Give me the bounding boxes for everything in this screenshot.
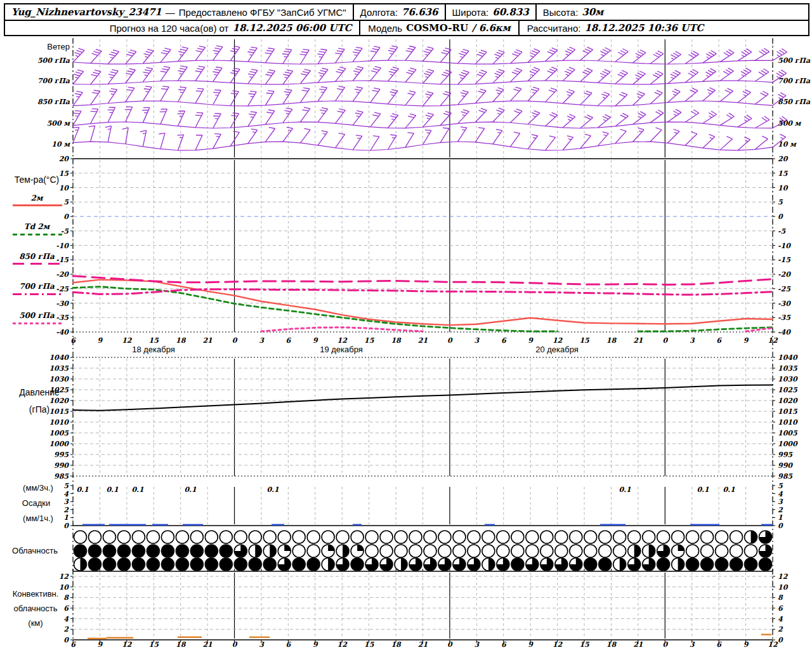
pressure-ytick-left: 1030 (49, 375, 69, 383)
bottom-xtick: 15 (149, 640, 159, 649)
pressure-ytick-right: 1000 (778, 440, 797, 448)
temp-xtick: 3 (690, 336, 695, 345)
temp-xtick: 15 (364, 336, 374, 345)
temp-xtick: 15 (149, 336, 159, 345)
temp-ytick-right: 10 (778, 183, 787, 192)
date-label: 20 декабря (535, 345, 579, 354)
temp-xtick: 21 (418, 336, 428, 345)
legend-label-700: 700 гПа (19, 282, 55, 291)
precip-panel-title: Осадки (22, 498, 50, 508)
temp-ytick-right: -15 (778, 256, 790, 264)
precip-amount-label: 0.1 (184, 486, 196, 494)
temp-xtick: 6 (70, 336, 75, 345)
bottom-xtick: 0 (232, 640, 237, 649)
temp-ytick-left: 0 (63, 213, 69, 221)
pressure-ytick-right: 1005 (778, 429, 797, 437)
pressure-ytick-right: 985 (778, 472, 792, 481)
convective-ytick-right: 6 (778, 604, 783, 613)
temp-ytick-right: -5 (778, 227, 785, 235)
temp-ytick-left: 20 (59, 155, 69, 163)
legend-line-700 (13, 293, 62, 295)
pressure-ytick-left: 985 (54, 472, 69, 481)
pressure-ytick-right: 1020 (778, 397, 797, 405)
convective-ytick-left: 10 (59, 583, 69, 591)
bottom-xtick: 0 (447, 640, 452, 649)
temp-ytick-right: 0 (778, 213, 783, 221)
precip-unit-1h-label: (мм/1ч.) (23, 514, 53, 523)
pressure-ytick-right: 990 (778, 461, 792, 470)
pressure-ytick-left: 1020 (49, 397, 69, 405)
convective-ytick-left: 4 (63, 614, 69, 623)
bottom-xtick: 9 (743, 640, 749, 649)
legend-line-t2m (13, 204, 62, 206)
temp-xtick: 9 (743, 336, 749, 345)
temp-xtick: 21 (633, 336, 643, 345)
convective-ytick-left: 8 (63, 594, 69, 602)
legend-line-850 (13, 263, 62, 265)
temp-xtick: 12 (768, 336, 777, 345)
temp-xtick: 6 (501, 336, 506, 345)
wind-level-label-left: 500 м (47, 119, 70, 128)
pressure-ytick-left: 995 (54, 451, 69, 459)
temp-ytick-left: -35 (56, 314, 69, 322)
temp-ytick-left: -25 (56, 284, 69, 293)
convective-ytick-left: 12 (59, 573, 69, 581)
pressure-ytick-left: 1005 (49, 429, 69, 437)
precip-ytick-right: 0 (778, 522, 783, 530)
date-label: 18 декабря (132, 345, 175, 354)
wind-level-label-right: 700 гПа (778, 77, 810, 85)
temp-xtick: 12 (553, 336, 562, 345)
bottom-xtick: 21 (202, 640, 212, 649)
temp-xtick: 18 (391, 336, 400, 345)
bottom-xtick: 3 (475, 640, 480, 649)
temp-ytick-right: -40 (778, 328, 790, 336)
bottom-xtick: 12 (768, 640, 777, 649)
temp-xtick: 21 (202, 336, 212, 345)
precip-amount-label: 0.1 (131, 486, 143, 494)
bottom-xtick: 6 (501, 640, 506, 649)
temp-xtick: 0 (232, 336, 237, 345)
temp-xtick: 12 (337, 336, 347, 345)
pressure-ytick-right: 1040 (778, 354, 797, 362)
bottom-xtick: 12 (553, 640, 562, 649)
meteogram-page: Yug_Nizhnevartovsky_23471 — Предоставлен… (0, 0, 812, 650)
bottom-xtick: 12 (337, 640, 347, 649)
wind-panel-title: Ветер (47, 42, 70, 51)
temp-ytick-right: -10 (778, 241, 790, 249)
convective-ytick-right: 10 (778, 583, 787, 591)
legend-label-t2m: 2м (31, 194, 43, 202)
convective-ytick-right: 2 (778, 625, 783, 633)
convective-ytick-right: 8 (778, 594, 783, 602)
bottom-xtick: 3 (690, 640, 695, 649)
pressure-ytick-right: 1030 (778, 375, 797, 383)
wind-level-label-right: 500 м (778, 119, 801, 128)
precip-amount-label: 0.1 (697, 486, 709, 494)
pressure-ytick-left: 1015 (49, 408, 69, 416)
temp-xtick: 9 (313, 336, 318, 345)
temp-xtick: 15 (579, 336, 589, 345)
temp-xtick: 3 (475, 336, 480, 345)
pressure-ytick-right: 1025 (778, 386, 797, 394)
convective-unit-label: (км) (28, 618, 43, 628)
bottom-xtick: 21 (633, 640, 643, 649)
temp-ytick-left: -5 (61, 227, 69, 235)
cloudiness-panel-title: Облачность (12, 546, 58, 555)
temp-ytick-left: -30 (56, 299, 69, 307)
pressure-ytick-left: 1035 (49, 364, 69, 373)
temp-ytick-right: 15 (778, 169, 787, 177)
wind-level-label-right: 10 м (778, 140, 796, 149)
pressure-ytick-left: 1040 (49, 354, 69, 362)
temp-ytick-right: -30 (778, 299, 790, 307)
precip-ytick-left: 1 (63, 514, 69, 522)
wind-level-label-left: 850 гПа (37, 98, 70, 106)
wind-level-label-left: 500 гПа (37, 56, 70, 65)
pressure-unit-label: (гПа) (29, 404, 49, 415)
precip-amount-label: 0.1 (106, 486, 118, 494)
convective-title-line1: Конвективн. (13, 589, 59, 599)
bottom-xtick: 21 (418, 640, 428, 649)
temp-xtick: 9 (98, 336, 103, 345)
bottom-xtick: 12 (122, 640, 131, 649)
temp-xtick: 18 (176, 336, 185, 345)
pressure-ytick-left: 1000 (49, 440, 69, 448)
precip-unit-3h-label: (мм/3ч.) (23, 483, 53, 493)
